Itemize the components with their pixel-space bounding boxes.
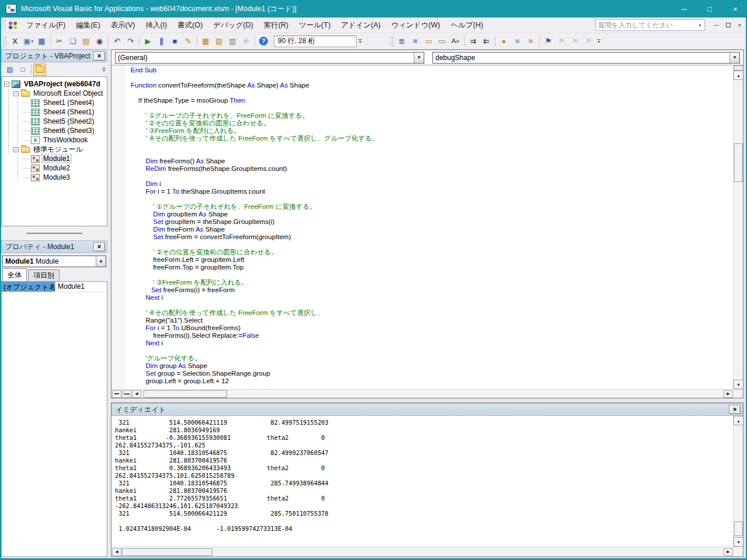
immediate-hscrollbar[interactable]: ◀ ▶ <box>111 547 743 556</box>
reset-icon[interactable]: ■ <box>168 35 181 48</box>
list-properties-icon[interactable]: ≣ <box>395 35 409 48</box>
design-mode-icon[interactable]: ✎ <box>181 35 195 48</box>
paste-icon[interactable]: ▤ <box>79 35 93 48</box>
property-value-cell[interactable]: Module1 <box>55 282 107 292</box>
edit-toolbar-overflow-icon[interactable]: ▾ <box>595 35 602 48</box>
tab-alphabetic[interactable]: 全体 <box>2 268 27 281</box>
dropdown-arrow-icon[interactable]: ▾ <box>31 39 33 44</box>
break-icon[interactable]: ∥ <box>155 35 168 48</box>
previous-bookmark-icon[interactable]: ⚑ <box>568 35 582 48</box>
code-scroll-left-button[interactable]: ◀ <box>132 390 141 398</box>
maximize-button[interactable]: □ <box>697 0 722 18</box>
quick-info-icon[interactable]: ▭ <box>422 35 435 48</box>
toggle-breakpoint-icon[interactable]: ● <box>497 35 511 48</box>
list-constants-icon[interactable]: ≡ <box>409 35 422 48</box>
code-margin-indicator-bar[interactable] <box>111 65 124 389</box>
copy-icon[interactable]: ❏ <box>66 35 79 48</box>
child-restore-button[interactable] <box>723 20 733 30</box>
parameter-info-icon[interactable]: ▭ <box>435 35 449 48</box>
code-hscrollbar[interactable]: ◀ ▶ <box>111 389 743 398</box>
object-dropdown-icon[interactable]: ▼ <box>414 52 424 63</box>
standard-toolbar-overflow-icon[interactable]: ▾ <box>357 35 364 48</box>
code-hscroll-thumb[interactable] <box>144 390 227 398</box>
immediate-output[interactable]: 321 514.500066421119 82.4997519155203han… <box>111 416 733 547</box>
properties-object-selector[interactable]: Module1 Module ▼ <box>2 256 106 267</box>
menu-item-format[interactable]: 書式(O) <box>172 18 208 33</box>
menu-item-file[interactable]: ファイル(F) <box>21 18 71 33</box>
tree-item-sheet5[interactable]: Sheet5 (Sheet2) <box>2 117 107 126</box>
save-icon[interactable]: ▦ <box>35 35 48 48</box>
project-toolbar-overflow-icon[interactable]: ▾ <box>100 63 107 76</box>
tree-item-module3[interactable]: Module3 <box>2 173 107 182</box>
property-name-cell[interactable]: (オブジェクト名) <box>2 282 55 292</box>
immediate-scroll-right-button[interactable]: ▶ <box>724 548 733 556</box>
project-explorer-panel-title[interactable]: プロジェクト - VBAProject × <box>1 50 107 62</box>
code-vscroll-thumb[interactable] <box>734 144 743 182</box>
module-window-icon[interactable] <box>8 21 18 29</box>
tree-item-std-modules[interactable]: -標準モジュール <box>2 145 107 154</box>
complete-word-icon[interactable]: A» <box>449 35 462 48</box>
code-split-handle[interactable] <box>734 65 743 71</box>
title-bar[interactable]: Microsoft Visual Basic for Applications … <box>0 0 747 18</box>
tree-item-module1[interactable]: Module1 <box>2 154 107 163</box>
cut-icon[interactable]: ✂ <box>53 35 66 48</box>
toolbox-icon[interactable]: ✚ <box>239 35 253 48</box>
tree-item-sheet6[interactable]: Sheet6 (Sheet3) <box>2 126 107 135</box>
tree-item-sheet1[interactable]: Sheet1 (Sheet4) <box>2 98 107 107</box>
object-browser-icon[interactable]: ▥ <box>226 35 239 48</box>
help-search-box[interactable]: ▾ <box>595 19 705 31</box>
run-sub-icon[interactable]: ▶ <box>141 35 155 48</box>
properties-window-icon[interactable]: ▤ <box>212 35 226 48</box>
toggle-folders-button[interactable] <box>33 64 46 76</box>
child-minimize-button[interactable]: ─ <box>711 20 721 30</box>
menu-item-help[interactable]: ヘルプ(H) <box>445 18 488 33</box>
menu-item-tools[interactable]: ツール(T) <box>294 18 336 33</box>
menu-item-debug[interactable]: デバッグ(D) <box>208 18 259 33</box>
redo-icon[interactable]: ↷ <box>124 35 137 48</box>
tree-item-thisworkbook[interactable]: XThisWorkbook <box>2 135 107 145</box>
immediate-scroll-left-button[interactable]: ◀ <box>112 548 121 556</box>
undo-icon[interactable]: ↶ <box>110 35 124 48</box>
immediate-hscroll-thumb[interactable] <box>122 548 212 556</box>
uncomment-block-icon[interactable]: ≡ <box>524 35 537 48</box>
tree-item-excel-objects[interactable]: -Microsoft Excel Object <box>2 89 107 98</box>
properties-panel-close-button[interactable]: × <box>93 242 105 251</box>
minimize-button[interactable]: ─ <box>671 0 697 18</box>
code-scroll-right-button[interactable]: ▶ <box>724 390 733 398</box>
procedure-view-button[interactable] <box>112 390 121 398</box>
immediate-close-button[interactable]: × <box>729 405 741 414</box>
tree-item-sheet4[interactable]: Sheet4 (Sheet1) <box>2 107 107 117</box>
menubar-grip[interactable] <box>2 20 5 30</box>
next-bookmark-icon[interactable]: ⚑ <box>555 35 568 48</box>
immediate-scroll-up-button[interactable]: ▲ <box>734 416 743 425</box>
project-panel-close-button[interactable]: × <box>93 51 105 61</box>
immediate-scroll-down-button[interactable]: ▼ <box>734 537 743 547</box>
search-dropdown-icon[interactable]: ▾ <box>696 23 704 28</box>
view-object-button[interactable]: □ <box>16 64 29 76</box>
find-icon[interactable]: ◉ <box>93 35 106 48</box>
expander-icon[interactable]: - <box>13 91 19 96</box>
property-row[interactable]: (オブジェクト名)Module1 <box>2 282 107 292</box>
procedure-dropdown-icon[interactable]: ▼ <box>729 52 739 63</box>
immediate-vscroll-thumb[interactable] <box>734 522 743 536</box>
code-scroll-down-button[interactable]: ▼ <box>734 380 743 389</box>
panel-splitter[interactable] <box>1 226 107 240</box>
selector-dropdown-icon[interactable]: ▼ <box>96 256 106 267</box>
tree-item-vbaproject[interactable]: -VBAProject (web6047d <box>2 79 107 89</box>
toggle-bookmark-icon[interactable]: ⚑ <box>542 35 555 48</box>
menu-item-view[interactable]: 表示(V) <box>106 18 141 33</box>
menu-item-insert[interactable]: 挿入(I) <box>140 18 172 33</box>
object-dropdown[interactable]: (General) ▼ <box>115 52 424 64</box>
edit-toolbar-grip[interactable] <box>390 36 393 47</box>
code-vscrollbar[interactable]: ▲ ▼ <box>733 65 743 389</box>
help-icon[interactable]: ? <box>257 35 270 48</box>
clear-bookmarks-icon[interactable]: ⚑ <box>582 35 595 48</box>
child-close-button[interactable]: × <box>735 20 745 30</box>
properties-panel-title[interactable]: プロパティ - Module1 × <box>1 240 107 253</box>
project-explorer-icon[interactable]: ▦ <box>199 35 212 48</box>
code-scroll-up-button[interactable]: ▲ <box>734 71 743 80</box>
standard-toolbar-grip[interactable] <box>4 36 6 47</box>
procedure-dropdown[interactable]: debugShape ▼ <box>432 52 740 64</box>
view-excel-icon[interactable]: X <box>8 35 22 48</box>
indent-icon[interactable]: ⇉ <box>466 35 480 48</box>
